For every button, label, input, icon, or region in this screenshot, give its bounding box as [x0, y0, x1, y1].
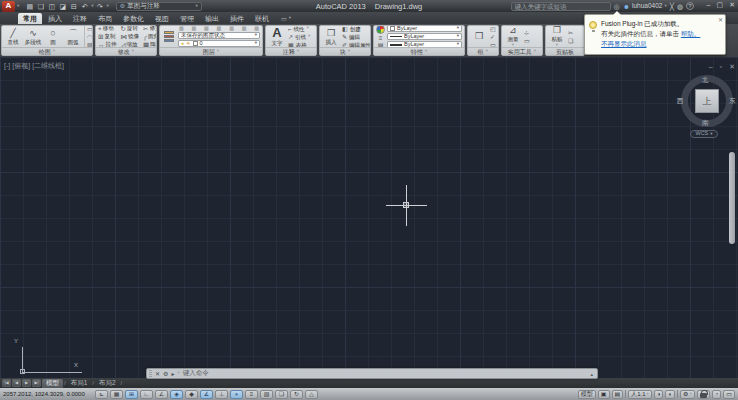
group-edit-button[interactable]: ✓ [490, 34, 496, 40]
cut-button[interactable]: ✂ [568, 30, 573, 36]
panel-modify-label[interactable]: 修改▾ [96, 47, 156, 55]
model-space-button[interactable]: 模型 [578, 390, 596, 399]
workspace-switcher[interactable]: ⚙ 草图与注释 ▾ [116, 2, 202, 11]
drawing-canvas[interactable]: [-] [俯视] [二维线框] – ▫ ✕ 北 南 西 东 上 WCS▾ Y X [0, 57, 738, 378]
toggle-object-snap-tracking[interactable]: ∡ [200, 390, 213, 399]
toggle-3d-object-snap[interactable]: ◆ [185, 390, 198, 399]
ribbon-tab-output[interactable]: 输出 [200, 13, 224, 24]
arc-button[interactable]: ⌒圆弧 [64, 29, 82, 45]
toggle-selection-cycling[interactable]: ↻ [290, 390, 303, 399]
viewport-menu-control[interactable]: [-] [4, 62, 10, 69]
app-menu-button[interactable]: A [2, 1, 15, 12]
layer-tool-icon[interactable]: ▥ [254, 26, 259, 31]
leader-button[interactable]: ↗引线▾ [288, 34, 310, 40]
ungroup-button[interactable]: ◰ [490, 26, 496, 32]
linetype-icon[interactable]: ≡ [379, 35, 383, 41]
ribbon-tab-online[interactable]: 联机 [250, 13, 274, 24]
search-icon[interactable]: ◎ [614, 3, 620, 10]
toggle-grid-display[interactable]: ⊞ [125, 390, 138, 399]
command-history-caret-icon[interactable]: ▴ [590, 371, 593, 377]
quick-view-drawings-icon[interactable]: ▤ [612, 390, 624, 399]
circle-button[interactable]: ○圆 [44, 29, 62, 45]
insert-block-button[interactable]: ❒插入 [322, 29, 340, 45]
panel-properties-label[interactable]: 特性▾ [374, 47, 464, 55]
toggle-lineweight[interactable]: ≡ [245, 390, 258, 399]
annotation-visibility-icon[interactable]: ◑ [654, 390, 664, 399]
undo-button[interactable]: ↶ [80, 1, 89, 11]
copy-clip-button[interactable]: ❏ [568, 38, 573, 44]
viewcube-top-face[interactable]: 上 [695, 89, 719, 113]
command-recent-caret-icon[interactable]: ▾ [177, 371, 179, 376]
tab-nav-first-icon[interactable]: |◀ [2, 379, 11, 387]
clean-screen-button[interactable]: ▭ [723, 390, 735, 399]
ribbon-minimize-button[interactable]: ▭ ▾ [281, 13, 291, 24]
command-customize-icon[interactable]: ⚙ [163, 371, 168, 377]
layer-tool-icon[interactable]: ▥ [204, 26, 209, 31]
annotation-autoscale-icon[interactable]: ◐ [665, 390, 675, 399]
quick-view-layouts-icon[interactable]: ▣ [598, 390, 610, 399]
create-block-button[interactable]: ◧创建 [342, 26, 370, 32]
rectangle-button[interactable]: ▭▾ [87, 26, 92, 32]
panel-annotation-label[interactable]: 注释▾ [266, 47, 316, 55]
quick-select-button[interactable]: ⊹ [524, 30, 530, 36]
text-button[interactable]: A文字 [268, 27, 286, 46]
doc-close-button[interactable]: ✕ [729, 63, 735, 70]
ribbon-tab-annotate[interactable]: 注释 [68, 13, 92, 24]
dismiss-link[interactable]: 不再显示此消息 [601, 40, 647, 47]
toggle-object-snap[interactable]: ◈ [170, 390, 183, 399]
doc-minimize-button[interactable]: – [709, 63, 713, 70]
layer-properties-button[interactable] [162, 27, 176, 47]
ribbon-tab-plugins[interactable]: 插件 [225, 13, 249, 24]
layer-tool-icon[interactable]: ▥ [179, 26, 184, 31]
command-close-icon[interactable]: ✕ [155, 371, 160, 377]
save-button[interactable]: ◫ [47, 1, 56, 11]
tab-nav-last-icon[interactable]: ▶| [32, 379, 41, 387]
open-button[interactable]: ❏ [36, 1, 45, 11]
viewport-visual-style-control[interactable]: [二维线框] [32, 62, 64, 69]
ribbon-tab-home[interactable]: 常用 [18, 13, 42, 24]
copy-button[interactable]: ⊞复制 [98, 33, 117, 40]
viewcube-north[interactable]: 北 [702, 77, 709, 84]
toggle-annotation-monitor[interactable]: △ [305, 390, 318, 399]
ribbon-tab-parametric[interactable]: 参数化 [118, 13, 149, 24]
paste-button[interactable]: ❐粘贴▾ [548, 26, 566, 47]
layer-tool-icon[interactable]: ▥ [217, 26, 222, 31]
point-style-button[interactable]: ▭ [524, 38, 530, 44]
panel-block-label[interactable]: 块▾ [320, 47, 370, 55]
annotation-scale-button[interactable]: 人1:1▾ [628, 390, 652, 399]
viewcube-west[interactable]: 西 [677, 98, 684, 105]
panel-groups-label[interactable]: 组▾ [468, 47, 498, 55]
window-restore-button[interactable]: ▢ [717, 1, 724, 8]
ribbon-tab-insert[interactable]: 插入 [43, 13, 67, 24]
redo-caret-icon[interactable]: ▾ [107, 4, 109, 9]
tab-nav-next-icon[interactable]: ▶ [22, 379, 31, 387]
polyline-button[interactable]: ∿多段线 [24, 29, 42, 45]
layer-tool-icon[interactable]: ▥ [229, 26, 234, 31]
ribbon-tab-view[interactable]: 视图 [150, 13, 174, 24]
wcs-menu-button[interactable]: WCS▾ [690, 130, 718, 138]
layer-tool-icon[interactable]: ▥ [192, 26, 197, 31]
toolbar-lock-button[interactable] [697, 390, 710, 399]
linetype-dropdown[interactable]: ByLayer▾ [387, 33, 462, 40]
layer-state-dropdown[interactable]: 未保存的图层状态▾ [178, 32, 260, 39]
undo-caret-icon[interactable]: ▾ [91, 4, 93, 9]
panel-utilities-label[interactable]: 实用工具▾ [502, 47, 542, 55]
move-button[interactable]: ⌖移动 [98, 26, 117, 32]
line-button[interactable]: ╱直线 [4, 29, 22, 45]
rotate-button[interactable]: ↻旋转 [121, 26, 140, 32]
ribbon-tab-layout[interactable]: 布局 [93, 13, 117, 24]
layer-dropdown[interactable]: ● ☀ 0 ▾ [178, 40, 260, 47]
linear-dimension-button[interactable]: ⌐线性▾ [288, 26, 310, 32]
color-dropdown[interactable]: ByLayer▾ [387, 26, 462, 32]
tab-nav-prev-icon[interactable]: ◀ [12, 379, 21, 387]
communication-center-icon[interactable]: ◍ [677, 3, 683, 10]
coordinates-readout[interactable]: 2057.2012, 1024.3029, 0.0000 [3, 391, 93, 397]
tab-layout1[interactable]: 布局1 [67, 379, 92, 388]
toggle-dynamic-input[interactable]: ⌖ [230, 390, 243, 399]
window-minimize-button[interactable]: – [707, 1, 711, 8]
notification-close-icon[interactable]: ✕ [718, 16, 723, 25]
sign-in-button[interactable]: ☻ luhua0402 ▾ [623, 3, 667, 10]
workspace-switching-button[interactable]: ⚙▾ [680, 390, 695, 399]
exchange-apps-icon[interactable]: ╳ [670, 3, 674, 10]
viewcube-east[interactable]: 东 [729, 98, 736, 105]
